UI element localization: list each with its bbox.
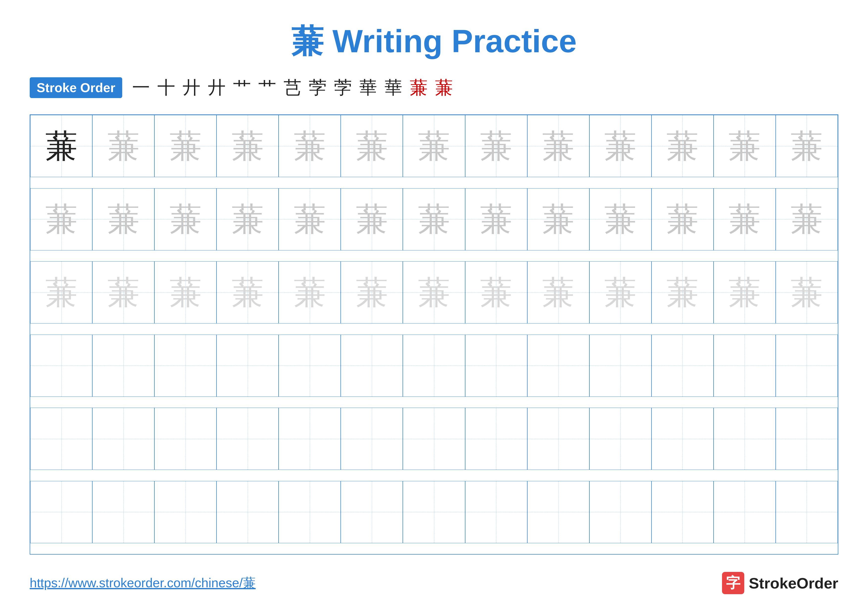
char-r2c9: 蒹 (542, 203, 574, 235)
grid-cell-r6c2[interactable] (92, 481, 154, 543)
grid-cell-r2c5[interactable]: 蒹 (279, 188, 341, 250)
grid-cell-r4c6[interactable] (341, 334, 403, 397)
grid-cell-r5c4[interactable] (217, 408, 279, 470)
grid-cell-r3c13[interactable]: 蒹 (776, 261, 838, 323)
grid-cell-r1c5[interactable]: 蒹 (279, 115, 341, 177)
page: 蒹 Writing Practice Stroke Order 一 十 廾 廾 … (0, 0, 868, 614)
grid-cell-r6c10[interactable] (589, 481, 651, 543)
grid-cell-r5c1[interactable] (30, 408, 92, 470)
grid-cell-r6c9[interactable] (527, 481, 589, 543)
stroke-13: 蒹 (435, 76, 453, 99)
grid-cell-r5c6[interactable] (341, 408, 403, 470)
grid-cell-r6c1[interactable] (30, 481, 92, 543)
grid-cell-r3c10[interactable]: 蒹 (589, 261, 651, 323)
char-r2c8: 蒹 (480, 203, 512, 235)
grid-cell-r2c4[interactable]: 蒹 (217, 188, 279, 250)
stroke-5: 艹 (233, 76, 251, 99)
grid-cell-r3c5[interactable]: 蒹 (279, 261, 341, 323)
grid-cell-r3c11[interactable]: 蒹 (651, 261, 714, 323)
page-title: 蒹 Writing Practice (30, 20, 838, 64)
grid-cell-r5c10[interactable] (589, 408, 651, 470)
grid-cell-r3c9[interactable]: 蒹 (527, 261, 589, 323)
logo-char: 字 (726, 574, 740, 593)
grid-cell-r1c8[interactable]: 蒹 (465, 115, 527, 177)
title-chinese-char: 蒹 (291, 23, 323, 59)
char-r3c3: 蒹 (169, 277, 202, 309)
grid-cell-r4c12[interactable] (714, 334, 776, 397)
char-r2c2: 蒹 (107, 203, 140, 235)
grid-cell-r5c9[interactable] (527, 408, 589, 470)
practice-grid: 蒹 蒹 蒹 蒹 蒹 蒹 蒹 蒹 蒹 蒹 蒹 蒹 蒹 蒹 蒹 蒹 蒹 蒹 蒹 蒹 … (30, 114, 838, 555)
stroke-sequence: 一 十 廾 廾 艹 艹 芑 茡 茡 華 華 蒹 蒹 (132, 76, 453, 99)
grid-cell-r6c5[interactable] (279, 481, 341, 543)
stroke-11: 華 (384, 76, 402, 99)
grid-cell-r3c8[interactable]: 蒹 (465, 261, 527, 323)
grid-cell-r6c13[interactable] (776, 481, 838, 543)
grid-cell-r3c12[interactable]: 蒹 (714, 261, 776, 323)
grid-cell-r1c6[interactable]: 蒹 (341, 115, 403, 177)
footer-url[interactable]: https://www.strokeorder.com/chinese/蒹 (30, 574, 256, 592)
grid-cell-r5c3[interactable] (154, 408, 217, 470)
grid-cell-r2c3[interactable]: 蒹 (154, 188, 217, 250)
grid-cell-r6c7[interactable] (403, 481, 465, 543)
grid-cell-r4c5[interactable] (279, 334, 341, 397)
grid-cell-r3c1[interactable]: 蒹 (30, 261, 92, 323)
grid-cell-r2c13[interactable]: 蒹 (776, 188, 838, 250)
grid-cell-r3c2[interactable]: 蒹 (92, 261, 154, 323)
grid-cell-r1c9[interactable]: 蒹 (527, 115, 589, 177)
grid-cell-r5c13[interactable] (776, 408, 838, 470)
grid-cell-r1c11[interactable]: 蒹 (651, 115, 714, 177)
grid-cell-r2c9[interactable]: 蒹 (527, 188, 589, 250)
grid-cell-r5c7[interactable] (403, 408, 465, 470)
grid-cell-r4c10[interactable] (589, 334, 651, 397)
grid-cell-r1c13[interactable]: 蒹 (776, 115, 838, 177)
char-r3c13: 蒹 (790, 277, 823, 309)
grid-cell-r5c2[interactable] (92, 408, 154, 470)
grid-cell-r4c13[interactable] (776, 334, 838, 397)
grid-cell-r1c1[interactable]: 蒹 (30, 115, 92, 177)
grid-cell-r6c12[interactable] (714, 481, 776, 543)
grid-cell-r4c8[interactable] (465, 334, 527, 397)
footer-logo: 字 StrokeOrder (722, 572, 838, 594)
grid-cell-r3c4[interactable]: 蒹 (217, 261, 279, 323)
grid-cell-r5c5[interactable] (279, 408, 341, 470)
grid-cell-r6c4[interactable] (217, 481, 279, 543)
grid-cell-r3c7[interactable]: 蒹 (403, 261, 465, 323)
grid-cell-r2c1[interactable]: 蒹 (30, 188, 92, 250)
grid-cell-r6c11[interactable] (651, 481, 714, 543)
char-r2c4: 蒹 (232, 203, 264, 235)
grid-cell-r3c3[interactable]: 蒹 (154, 261, 217, 323)
grid-cell-r2c7[interactable]: 蒹 (403, 188, 465, 250)
grid-cell-r1c2[interactable]: 蒹 (92, 115, 154, 177)
grid-cell-r2c6[interactable]: 蒹 (341, 188, 403, 250)
grid-cell-r2c12[interactable]: 蒹 (714, 188, 776, 250)
grid-cell-r1c12[interactable]: 蒹 (714, 115, 776, 177)
grid-cell-r5c8[interactable] (465, 408, 527, 470)
stroke-order-section: Stroke Order 一 十 廾 廾 艹 艹 芑 茡 茡 華 華 蒹 蒹 (30, 76, 838, 99)
grid-cell-r3c6[interactable]: 蒹 (341, 261, 403, 323)
grid-cell-r1c10[interactable]: 蒹 (589, 115, 651, 177)
char-r3c8: 蒹 (480, 277, 512, 309)
grid-cell-r4c4[interactable] (217, 334, 279, 397)
grid-cell-r4c1[interactable] (30, 334, 92, 397)
grid-cell-r1c4[interactable]: 蒹 (217, 115, 279, 177)
char-r2c5: 蒹 (294, 203, 326, 235)
grid-cell-r2c8[interactable]: 蒹 (465, 188, 527, 250)
grid-cell-r4c7[interactable] (403, 334, 465, 397)
grid-cell-r2c10[interactable]: 蒹 (589, 188, 651, 250)
char-r1c6: 蒹 (356, 130, 388, 162)
grid-cell-r5c12[interactable] (714, 408, 776, 470)
grid-cell-r2c2[interactable]: 蒹 (92, 188, 154, 250)
grid-cell-r2c11[interactable]: 蒹 (651, 188, 714, 250)
grid-cell-r6c6[interactable] (341, 481, 403, 543)
grid-cell-r1c3[interactable]: 蒹 (154, 115, 217, 177)
grid-cell-r4c3[interactable] (154, 334, 217, 397)
grid-cell-r6c3[interactable] (154, 481, 217, 543)
grid-cell-r1c7[interactable]: 蒹 (403, 115, 465, 177)
grid-cell-r4c2[interactable] (92, 334, 154, 397)
grid-cell-r5c11[interactable] (651, 408, 714, 470)
stroke-10: 華 (359, 76, 377, 99)
grid-cell-r4c9[interactable] (527, 334, 589, 397)
grid-cell-r6c8[interactable] (465, 481, 527, 543)
grid-cell-r4c11[interactable] (651, 334, 714, 397)
